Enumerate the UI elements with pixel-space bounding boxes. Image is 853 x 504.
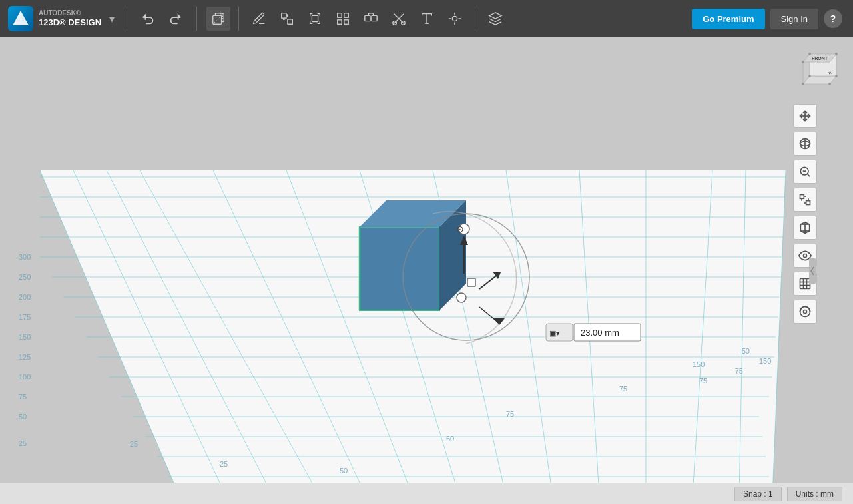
svg-text:75: 75 — [19, 393, 27, 401]
svg-text:75: 75 — [506, 410, 514, 418]
svg-text:▣▾: ▣▾ — [549, 329, 560, 337]
svg-text:100: 100 — [19, 373, 31, 381]
view-cube-toggle[interactable] — [793, 216, 817, 240]
sep — [238, 7, 239, 31]
text-button[interactable] — [415, 7, 439, 31]
svg-marker-0 — [13, 11, 29, 25]
group-button[interactable] — [359, 7, 383, 31]
zoom-extents-button[interactable] — [793, 188, 817, 212]
svg-point-120 — [804, 254, 807, 258]
go-premium-button[interactable]: Go Premium — [692, 9, 764, 29]
svg-rect-5 — [282, 13, 286, 18]
svg-text:75: 75 — [619, 385, 627, 393]
svg-rect-8 — [338, 13, 342, 17]
header-bar: AUTODESK® 123D® DESIGN ▾ — [0, 0, 853, 37]
snap-indicator[interactable]: Snap : 1 — [734, 487, 782, 501]
layers-button[interactable] — [483, 7, 507, 31]
svg-rect-9 — [344, 13, 348, 17]
svg-rect-6 — [288, 19, 292, 24]
dimension-display: ▣▾ 23.00 mm — [546, 324, 641, 341]
logo-area[interactable]: AUTODESK® 123D® DESIGN ▾ — [0, 6, 123, 31]
svg-point-96 — [808, 53, 811, 55]
orbit-button[interactable] — [793, 132, 817, 156]
svg-text:200: 200 — [19, 293, 31, 301]
units-indicator[interactable]: Units : mm — [787, 487, 842, 501]
svg-rect-10 — [338, 20, 342, 24]
logo-dropdown-icon[interactable]: ▾ — [109, 13, 115, 25]
main-toolbar: + — [201, 7, 681, 31]
undo-button[interactable] — [137, 7, 160, 31]
svg-point-97 — [835, 53, 838, 55]
svg-rect-112 — [806, 201, 810, 205]
svg-text:⊙: ⊙ — [456, 224, 464, 234]
separator-2 — [196, 7, 197, 31]
svg-point-100 — [835, 75, 838, 77]
svg-point-127 — [804, 310, 807, 314]
svg-text:175: 175 — [19, 313, 31, 321]
svg-text:-50: -50 — [739, 347, 750, 355]
svg-rect-12 — [365, 15, 370, 21]
svg-text:125: 125 — [19, 353, 31, 361]
svg-point-98 — [802, 61, 804, 63]
svg-text:25: 25 — [130, 440, 138, 448]
svg-text:150: 150 — [759, 357, 771, 365]
sign-in-button[interactable]: Sign In — [770, 9, 818, 29]
sketch-button[interactable] — [247, 7, 271, 31]
help-button[interactable]: ? — [824, 9, 842, 28]
panel-collapse-handle[interactable] — [809, 258, 816, 284]
svg-point-102 — [828, 83, 831, 85]
svg-text:150: 150 — [693, 360, 705, 368]
materials-button[interactable] — [793, 300, 817, 324]
svg-line-109 — [808, 174, 810, 177]
new-primitive-button[interactable]: + — [206, 7, 230, 31]
app-name: AUTODESK® 123D® DESIGN — [39, 9, 101, 29]
separator-1 — [127, 7, 127, 31]
header-actions: Go Premium Sign In ? — [681, 9, 853, 29]
svg-marker-21 — [489, 13, 501, 19]
status-bar: Snap : 1 Units : mm — [0, 483, 853, 504]
svg-text:23.00 mm: 23.00 mm — [581, 328, 619, 338]
svg-text:250: 250 — [19, 273, 31, 281]
undo-redo-group — [131, 7, 192, 31]
svg-rect-7 — [312, 15, 318, 21]
svg-text:25: 25 — [220, 460, 228, 468]
cut-button[interactable] — [387, 7, 411, 31]
scene-canvas: 300 250 200 175 150 125 100 75 50 25 25 … — [0, 37, 853, 504]
svg-point-101 — [802, 83, 804, 85]
svg-rect-11 — [344, 20, 348, 24]
3d-viewport[interactable]: 300 250 200 175 150 125 100 75 50 25 25 … — [0, 37, 853, 504]
pattern-button[interactable] — [331, 7, 355, 31]
svg-text:60: 60 — [446, 435, 454, 443]
svg-text:-75: -75 — [732, 367, 743, 375]
svg-point-99 — [808, 75, 811, 77]
svg-text:50: 50 — [340, 467, 348, 475]
svg-text:75: 75 — [699, 377, 707, 385]
modify-button[interactable] — [303, 7, 327, 31]
snap-button[interactable] — [443, 7, 467, 31]
svg-rect-13 — [372, 15, 377, 21]
svg-text:300: 300 — [19, 253, 31, 261]
svg-text:50: 50 — [19, 413, 27, 421]
view-controls-panel: FRONT R — [793, 44, 846, 324]
svg-rect-111 — [800, 195, 804, 199]
pan-button[interactable] — [793, 104, 817, 128]
svg-text:150: 150 — [19, 333, 31, 341]
app-logo — [8, 6, 33, 31]
translate-handle[interactable] — [467, 278, 475, 286]
sep2 — [475, 7, 475, 31]
transform-button[interactable] — [275, 7, 299, 31]
orientation-cube[interactable]: FRONT R — [793, 44, 846, 97]
svg-text:25: 25 — [19, 439, 27, 447]
zoom-button[interactable] — [793, 160, 817, 184]
svg-point-20 — [452, 16, 457, 21]
redo-button[interactable] — [163, 7, 187, 31]
rotate-handle-bottom[interactable] — [457, 293, 466, 302]
cube-front-face[interactable] — [360, 227, 439, 310]
svg-text:FRONT: FRONT — [812, 56, 828, 61]
svg-text:+: + — [220, 11, 222, 17]
